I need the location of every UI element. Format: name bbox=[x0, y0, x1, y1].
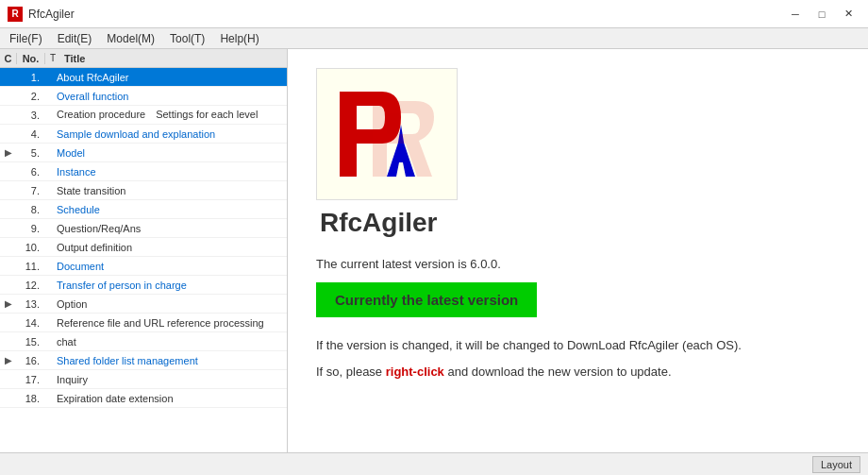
row-title: Shared folder list management bbox=[57, 355, 287, 366]
info-line-2-suffix: and download the new version to update. bbox=[444, 365, 672, 379]
logo-container: RfcAgiler bbox=[316, 68, 840, 238]
menu-bar: File(F) Edit(E) Model(M) Tool(T) Help(H) bbox=[0, 28, 868, 49]
row-title: chat bbox=[57, 336, 287, 348]
row-no: 13. bbox=[17, 298, 45, 310]
menu-file[interactable]: File(F) bbox=[2, 30, 50, 47]
row-c: ▶ bbox=[0, 147, 17, 158]
row-no: 4. bbox=[17, 128, 45, 140]
row-c: ▶ bbox=[0, 298, 17, 309]
table-row[interactable]: 3. Creation procedure Settings for each … bbox=[0, 106, 287, 125]
row-no: 7. bbox=[17, 185, 45, 196]
row-title: Question/Req/Ans bbox=[57, 223, 287, 234]
row-no: 17. bbox=[17, 374, 45, 385]
row-title: State transition bbox=[57, 185, 287, 196]
table-row[interactable]: 8. Schedule bbox=[0, 200, 287, 219]
info-line-2-highlight: right-click bbox=[386, 365, 444, 379]
logo-box bbox=[316, 68, 458, 200]
layout-button[interactable]: Layout bbox=[812, 456, 860, 473]
table-row[interactable]: ▶ 13. Option bbox=[0, 295, 287, 314]
row-no: 11. bbox=[17, 261, 45, 272]
row-title: Instance bbox=[57, 166, 287, 178]
row-title: Creation procedure Settings for each lev… bbox=[57, 108, 287, 122]
version-text: The current latest version is 6.0.0. bbox=[316, 257, 840, 271]
table-row[interactable]: 10. Output definition bbox=[0, 238, 287, 257]
logo-svg bbox=[330, 82, 443, 186]
row-no: 3. bbox=[17, 110, 45, 121]
maximize-button[interactable]: □ bbox=[810, 5, 834, 24]
menu-help[interactable]: Help(H) bbox=[212, 30, 266, 47]
row-title: Schedule bbox=[57, 204, 287, 215]
close-button[interactable]: ✕ bbox=[836, 5, 860, 24]
row-no: 12. bbox=[17, 280, 45, 291]
version-status-button[interactable]: Currently the latest version bbox=[316, 282, 537, 317]
row-title: About RfcAgiler bbox=[57, 72, 287, 83]
minimize-button[interactable]: ─ bbox=[783, 5, 808, 24]
table-row[interactable]: 9. Question/Req/Ans bbox=[0, 219, 287, 238]
app-icon: R bbox=[8, 7, 23, 22]
status-bar: Layout bbox=[0, 452, 868, 475]
row-title: Document bbox=[57, 261, 287, 272]
table-row[interactable]: 14. Reference file and URL reference pro… bbox=[0, 314, 287, 332]
row-title: Reference file and URL reference process… bbox=[57, 317, 287, 329]
table-row[interactable]: ▶ 5. Model bbox=[0, 144, 287, 162]
col-header-c: C bbox=[0, 53, 17, 64]
col-header-no: No. bbox=[17, 53, 45, 64]
table-row[interactable]: 15. chat bbox=[0, 332, 287, 351]
row-title: Transfer of person in charge bbox=[57, 280, 287, 291]
menu-model[interactable]: Model(M) bbox=[99, 30, 162, 47]
table-row[interactable]: 1. About RfcAgiler bbox=[0, 68, 287, 87]
window-controls: ─ □ ✕ bbox=[783, 5, 860, 24]
info-line-2: If so, please right-click and download t… bbox=[316, 363, 840, 382]
main-layout: C No. T Title 1. About RfcAgiler 2. Over… bbox=[0, 49, 868, 452]
row-title: Output definition bbox=[57, 242, 287, 253]
window-title: RfcAgiler bbox=[28, 8, 75, 21]
row-c: ▶ bbox=[0, 355, 17, 365]
row-title: Overall function bbox=[57, 91, 287, 102]
table-row[interactable]: ▶ 16. Shared folder list management bbox=[0, 351, 287, 370]
left-panel: C No. T Title 1. About RfcAgiler 2. Over… bbox=[0, 49, 288, 452]
right-panel: RfcAgiler The current latest version is … bbox=[288, 49, 868, 452]
row-no: 14. bbox=[17, 317, 45, 329]
info-line-1: If the version is changed, it will be ch… bbox=[316, 336, 840, 355]
menu-edit[interactable]: Edit(E) bbox=[50, 30, 100, 47]
row-no: 1. bbox=[17, 72, 45, 83]
row-no: 9. bbox=[17, 223, 45, 234]
table-row[interactable]: 2. Overall function bbox=[0, 87, 287, 106]
info-line-2-prefix: If so, please bbox=[316, 365, 386, 379]
menu-tool[interactable]: Tool(T) bbox=[162, 30, 212, 47]
title-bar-left: R RfcAgiler bbox=[8, 7, 75, 22]
table-header: C No. T Title bbox=[0, 49, 287, 68]
row-no: 16. bbox=[17, 355, 45, 366]
row-no: 5. bbox=[17, 147, 45, 159]
table-row[interactable]: 12. Transfer of person in charge bbox=[0, 276, 287, 295]
row-no: 2. bbox=[17, 91, 45, 102]
row-no: 6. bbox=[17, 166, 45, 178]
table-row[interactable]: 18. Expiration date extension bbox=[0, 389, 287, 408]
row-title: Inquiry bbox=[57, 374, 287, 385]
row-title: Expiration date extension bbox=[57, 393, 287, 404]
title-bar: R RfcAgiler ─ □ ✕ bbox=[0, 0, 868, 28]
row-no: 8. bbox=[17, 204, 45, 215]
app-name: RfcAgiler bbox=[320, 208, 437, 238]
row-title: Model bbox=[57, 147, 287, 159]
table-row[interactable]: 4. Sample download and explanation bbox=[0, 125, 287, 144]
row-title: Option bbox=[57, 298, 287, 310]
row-no: 10. bbox=[17, 242, 45, 253]
row-title: Sample download and explanation bbox=[57, 128, 287, 140]
row-no: 15. bbox=[17, 336, 45, 348]
table-row[interactable]: 6. Instance bbox=[0, 162, 287, 181]
col-header-t: T bbox=[45, 53, 60, 63]
table-row[interactable]: 11. Document bbox=[0, 257, 287, 276]
table-row[interactable]: 17. Inquiry bbox=[0, 370, 287, 389]
col-header-title: Title bbox=[60, 53, 287, 64]
table-row[interactable]: 7. State transition bbox=[0, 181, 287, 200]
row-no: 18. bbox=[17, 393, 45, 404]
